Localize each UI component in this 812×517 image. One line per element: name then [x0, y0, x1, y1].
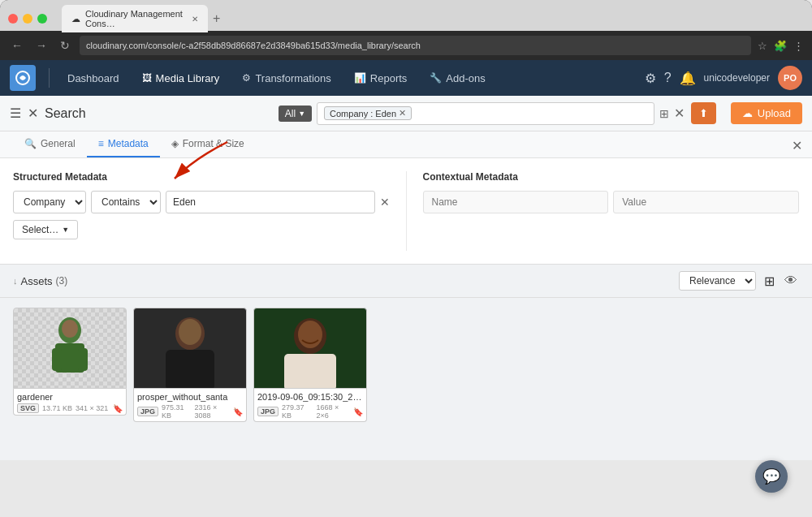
forward-button[interactable]: →	[32, 37, 50, 54]
upload-button[interactable]: ☁ Upload	[731, 102, 802, 124]
filter-tabs: 🔍 General ≡ Metadata ◈ Format & Size	[0, 131, 812, 158]
address-bar[interactable]	[80, 36, 751, 55]
nav-label-dashboard: Dashboard	[67, 72, 119, 84]
assets-toolbar-right: Relevance Date Name ⊞ 👁	[679, 271, 799, 291]
browser-menu-icon[interactable]: ⋮	[793, 40, 804, 52]
browser-chrome: ☁ Cloudinary Management Cons… ✕ + ← → ↻ …	[0, 0, 812, 60]
asset-meta-2019: JPG 279.37 KB 1668 × 2×6 🔖	[257, 403, 363, 420]
tab-format-size-label: Format & Size	[183, 138, 244, 149]
ctx-value-input[interactable]	[613, 191, 799, 213]
tab-metadata-label: Metadata	[108, 138, 149, 149]
filter-tag-company-eden[interactable]: Company : Eden ✕	[324, 106, 412, 120]
bookmark-icon[interactable]: ☆	[758, 40, 767, 52]
add-field-label: Select…	[22, 224, 58, 235]
grid-view-icon[interactable]: ⊞	[762, 272, 776, 291]
add-field-button[interactable]: Select… ▼	[13, 220, 78, 239]
value-input[interactable]	[166, 191, 375, 213]
assets-area: ↓ Assets (3) Relevance Date Name ⊞ 👁	[0, 265, 812, 460]
nav-label-addons: Add-ons	[446, 72, 485, 84]
maximize-window-button[interactable]	[37, 14, 47, 24]
asset-card-gardener[interactable]: gardener SVG 13.71 KB 341 × 321 🔖	[13, 308, 127, 422]
tab-format-size[interactable]: ◈ Format & Size	[160, 131, 256, 157]
clear-row-icon[interactable]: ✕	[380, 196, 390, 209]
operator-select[interactable]: Contains	[91, 191, 161, 213]
filter-all-dropdown[interactable]: All ▼	[279, 106, 312, 122]
tab-bar: ☁ Cloudinary Management Cons… ✕ +	[62, 5, 804, 32]
notifications-icon[interactable]: 🔔	[680, 71, 696, 86]
bookmark-icon-gardener[interactable]: 🔖	[113, 404, 123, 413]
tab-title: Cloudinary Management Cons…	[85, 9, 187, 28]
svg-rect-5	[78, 348, 88, 371]
structured-metadata-section: Structured Metadata Company Contains ✕ S…	[13, 171, 390, 251]
contextual-metadata-title: Contextual Metadata	[423, 171, 800, 183]
structured-metadata-row: Company Contains ✕	[13, 191, 390, 213]
list-view-icon[interactable]: 👁	[783, 272, 799, 290]
hamburger-icon[interactable]: ☰	[10, 106, 21, 121]
asset-thumbnail-2019	[253, 308, 367, 389]
search-area: ☰ ✕ Search All ▼ Company : Eden ✕ ⊞ ✕ ⬆ …	[0, 96, 812, 131]
close-search-icon[interactable]: ✕	[28, 106, 38, 121]
bookmark-icon-2019[interactable]: 🔖	[353, 407, 363, 416]
filter-tag-label: Company : Eden	[330, 109, 396, 118]
contextual-metadata-section: Contextual Metadata	[406, 171, 800, 251]
asset-meta-prosper: JPG 975.31 KB 2316 × 3088 🔖	[137, 403, 243, 420]
nav-item-media-library[interactable]: 🖼 Media Library	[137, 69, 225, 88]
top-nav: Dashboard 🖼 Media Library ⚙ Transformati…	[0, 60, 812, 96]
nav-label-reports: Reports	[370, 72, 408, 84]
bookmark-icon-prosper[interactable]: 🔖	[233, 407, 243, 416]
user-initials: PO	[784, 73, 797, 83]
asset-info-2019: 2019-09-06_09:15:30_2_q1capu JPG 279.37 …	[253, 389, 367, 422]
asset-name-2019: 2019-09-06_09:15:30_2_q1capu	[257, 392, 363, 402]
filter-tag-remove-icon[interactable]: ✕	[399, 108, 406, 118]
svg-point-10	[179, 319, 201, 345]
nav-item-reports[interactable]: 📊 Reports	[349, 69, 412, 88]
tab-general[interactable]: 🔍 General	[13, 131, 87, 157]
format-icon: ◈	[171, 138, 179, 149]
user-avatar[interactable]: PO	[778, 66, 802, 90]
new-tab-button[interactable]: +	[208, 11, 225, 26]
field-select[interactable]: Company	[13, 191, 86, 213]
tab-general-label: General	[41, 138, 76, 149]
asset-card-prosper[interactable]: prosper_without_santa JPG 975.31 KB 2316…	[133, 308, 247, 422]
asset-dims-gardener: 341 × 321	[76, 404, 108, 412]
assets-title: Assets	[21, 275, 53, 287]
filter-panel-close-icon[interactable]: ✕	[792, 138, 802, 153]
asset-thumbnail-prosper	[133, 308, 247, 389]
filter-options-icon[interactable]: ⊞	[659, 107, 669, 120]
settings-icon[interactable]: ⚙	[645, 71, 656, 86]
upload-label: Upload	[758, 107, 791, 119]
app: Dashboard 🖼 Media Library ⚙ Transformati…	[0, 60, 812, 460]
asset-card-2019[interactable]: 2019-09-06_09:15:30_2_q1capu JPG 279.37 …	[253, 308, 367, 422]
dropdown-icon: ▼	[62, 226, 69, 234]
checkerboard-bg	[14, 308, 126, 388]
nav-item-dashboard[interactable]: Dashboard	[63, 69, 124, 88]
back-button[interactable]: ←	[8, 37, 26, 54]
active-tab[interactable]: ☁ Cloudinary Management Cons… ✕	[62, 5, 208, 32]
asset-size-prosper: 975.31 KB	[162, 403, 191, 420]
minimize-window-button[interactable]	[23, 14, 32, 24]
sort-select[interactable]: Relevance Date Name	[679, 271, 756, 291]
extensions-icon[interactable]: 🧩	[774, 40, 787, 52]
help-icon[interactable]: ?	[664, 71, 672, 85]
nav-item-addons[interactable]: 🔧 Add-ons	[425, 69, 490, 88]
sort-arrow-icon: ↓	[13, 276, 18, 286]
app-logo	[10, 65, 36, 91]
structured-metadata-title: Structured Metadata	[13, 171, 390, 183]
close-window-button[interactable]	[8, 14, 18, 24]
svg-rect-13	[284, 354, 336, 389]
asset-size-2019: 279.37 KB	[282, 403, 313, 420]
reload-button[interactable]: ↻	[57, 37, 73, 54]
upload-queue-button[interactable]: ⬆	[691, 102, 716, 124]
ctx-name-input[interactable]	[423, 191, 609, 213]
tab-close-button[interactable]: ✕	[192, 15, 198, 24]
nav-label-media-library: Media Library	[156, 72, 220, 84]
asset-name-gardener: gardener	[17, 392, 123, 402]
asset-name-prosper: prosper_without_santa	[137, 392, 243, 402]
tab-metadata[interactable]: ≡ Metadata	[87, 131, 160, 157]
chat-bubble-button[interactable]: 💬	[755, 460, 788, 493]
browser-actions: ☆ 🧩 ⋮	[758, 40, 804, 52]
filter-clear-icon[interactable]: ✕	[674, 106, 685, 121]
nav-item-transformations[interactable]: ⚙ Transformations	[237, 69, 335, 88]
assets-grid: gardener SVG 13.71 KB 341 × 321 🔖	[0, 298, 812, 445]
nav-divider	[49, 68, 50, 88]
